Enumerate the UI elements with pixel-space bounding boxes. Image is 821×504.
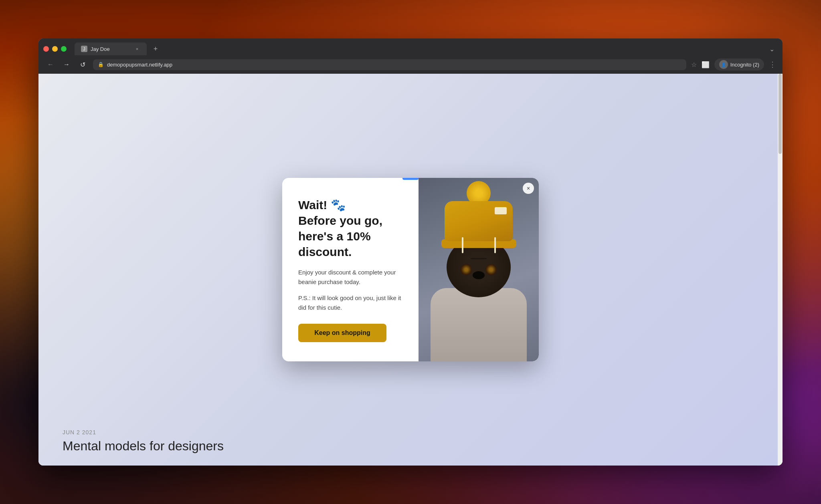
dog-sweater (431, 288, 527, 361)
browser-menu-button[interactable]: ⋮ (769, 60, 776, 69)
reload-button[interactable]: ↺ (77, 59, 88, 70)
traffic-lights (43, 46, 67, 52)
tab-favicon: J (81, 46, 87, 52)
modal-headline-line4: discount. (298, 245, 352, 258)
tab-grid-icon[interactable]: ⬜ (702, 61, 710, 69)
modal-headline: Wait! 🐾 Before you go, here's a 10% disc… (298, 197, 402, 260)
incognito-badge[interactable]: 👤 Incognito (2) (714, 58, 764, 71)
modal-ps-text: P.S.: It will look good on you, just lik… (298, 293, 402, 312)
keep-shopping-button[interactable]: Keep on shopping (298, 324, 386, 342)
hat-tag (495, 207, 507, 214)
url-bar[interactable]: 🔒 demopopupsmart.netlify.app (93, 59, 686, 70)
modal-body-text: Enjoy your discount & complete your bean… (298, 268, 402, 287)
browser-chrome: J Jay Doe × + ⌄ ← → ↺ 🔒 demopopupsmart.n… (38, 38, 783, 74)
chin-strap-right (494, 237, 496, 253)
dog-head (447, 237, 511, 297)
modal-close-button[interactable]: × (523, 183, 534, 194)
tab-title: Jay Doe (91, 46, 131, 52)
maximize-window-button[interactable] (61, 46, 67, 52)
modal-headline-line1: Wait! 🐾 (298, 198, 346, 212)
back-button[interactable]: ← (45, 59, 56, 70)
browser-window: J Jay Doe × + ⌄ ← → ↺ 🔒 demopopupsmart.n… (38, 38, 783, 466)
address-bar-actions: ☆ ⬜ 👤 Incognito (2) ⋮ (691, 58, 776, 71)
tab-dropdown-button[interactable]: ⌄ (766, 44, 778, 54)
modal-image-right: × (419, 178, 539, 361)
incognito-avatar: 👤 (719, 60, 728, 69)
popup-modal: Wait! 🐾 Before you go, here's a 10% disc… (282, 178, 539, 361)
close-window-button[interactable] (43, 46, 49, 52)
dog-image (419, 178, 539, 361)
modal-overlay: Wait! 🐾 Before you go, here's a 10% disc… (38, 74, 783, 466)
address-bar: ← → ↺ 🔒 demopopupsmart.netlify.app ☆ ⬜ 👤… (38, 55, 783, 74)
lock-icon: 🔒 (98, 62, 104, 67)
modal-headline-line2: Before you go, (298, 214, 382, 227)
beanie-body (445, 201, 513, 241)
minimize-window-button[interactable] (52, 46, 58, 52)
modal-headline-line3: here's a 10% (298, 230, 371, 243)
forward-button[interactable]: → (61, 59, 72, 70)
dog-eye-left (461, 264, 472, 275)
chin-strap-left (462, 237, 463, 253)
new-tab-button[interactable]: + (150, 43, 161, 54)
tab-bar: J Jay Doe × + ⌄ (38, 38, 783, 55)
dog-eye-right (485, 264, 497, 275)
incognito-label: Incognito (2) (730, 62, 759, 68)
url-text: demopopupsmart.netlify.app (107, 62, 172, 68)
desktop: J Jay Doe × + ⌄ ← → ↺ 🔒 demopopupsmart.n… (0, 0, 821, 504)
tab-close-button[interactable]: × (134, 46, 140, 52)
bookmark-icon[interactable]: ☆ (691, 61, 697, 69)
modal-content-left: Wait! 🐾 Before you go, here's a 10% disc… (282, 178, 419, 361)
modal-indicator (402, 178, 419, 180)
page-content: JUN 2 2021 Mental models for designers W… (38, 74, 783, 466)
dog-beanie (445, 201, 513, 250)
browser-tab[interactable]: J Jay Doe × (75, 42, 147, 55)
dog-nose (473, 271, 485, 279)
dog-wrinkle (471, 258, 487, 259)
